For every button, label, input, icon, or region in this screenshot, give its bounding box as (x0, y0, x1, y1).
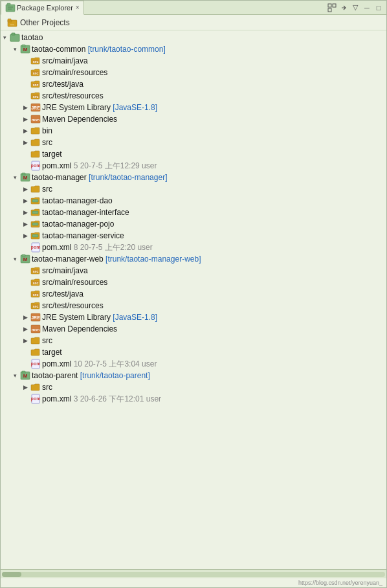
icon-maven-dep: mvn (30, 324, 41, 334)
tree-item-w-maven[interactable]: ▶ mvn Maven Dependencies (1, 323, 386, 335)
toggle-taotao-common[interactable]: ▾ (11, 45, 19, 53)
svg-rect-35 (32, 223, 38, 225)
toggle-m-pojo[interactable]: ▶ (21, 220, 29, 228)
tree-item-w-src-test-res[interactable]: src src/test/resources (1, 300, 386, 311)
tab-package-explorer[interactable]: Package Explorer × (1, 1, 84, 15)
icon-src-folder: src (30, 67, 41, 78)
tree-item-c-jre[interactable]: ▶ JRE JRE System Library [JavaSE-1.8] (1, 102, 386, 113)
icon-src-folder: src (30, 56, 41, 66)
icon-maven: M (20, 254, 30, 264)
tree-item-c-src-main-java[interactable]: src src/main/java (1, 55, 386, 67)
toggle-c-src[interactable]: ▶ (21, 139, 29, 146)
other-projects-bar[interactable]: ... Other Projects (1, 15, 386, 30)
svg-text:src: src (32, 83, 39, 87)
tree-item-m-interface[interactable]: ▶ taotao-manager-interface (1, 207, 386, 218)
toggle-w-maven[interactable]: ▶ (21, 325, 29, 333)
tree-item-c-maven[interactable]: ▶ mvn Maven Dependencies (1, 113, 386, 125)
icon-pom: pom (30, 394, 41, 404)
tree-item-p-pom[interactable]: pom pom.xml 3 20-6-26 下午12:01 user (1, 393, 386, 405)
tree-item-c-bin[interactable]: ▶ bin (1, 125, 386, 137)
tree-item-w-target[interactable]: target (1, 346, 386, 358)
tree-item-p-src[interactable]: ▶ src (1, 381, 386, 393)
tree-item-m-pojo[interactable]: ▶ taotao-manager-pojo (1, 218, 386, 230)
tab-bar: Package Explorer × ▽ ─ □ (1, 1, 386, 15)
horizontal-scrollbar[interactable] (1, 569, 386, 578)
tab-label: Package Explorer (17, 4, 73, 12)
link-editor-button[interactable] (338, 3, 349, 13)
toggle-taotao-manager[interactable]: ▾ (11, 174, 19, 181)
label-taotao-common: taotao-common [trunk/taotao-common] (32, 43, 166, 55)
minimize-button[interactable]: ─ (362, 3, 372, 13)
svg-rect-9 (8, 19, 11, 21)
svg-text:mvn: mvn (32, 118, 40, 122)
view-menu-button[interactable]: ▽ (350, 3, 360, 13)
tree-item-m-dao[interactable]: ▶ taotao-manager-dao (1, 195, 386, 207)
icon-folder (30, 184, 41, 194)
toggle-c-bin[interactable]: ▶ (21, 127, 29, 135)
item-label-m-pojo: taotao-manager-pojo (42, 218, 114, 230)
tree-item-m-src[interactable]: ▶ src (1, 183, 386, 195)
tree-item-taotao-manager[interactable]: ▾ M taotao-manager [trunk/taotao-manager… (1, 172, 386, 183)
tree-container[interactable]: ▾ taotao ▾ M taotao-common [trunk/taotao… (1, 30, 386, 569)
tree-item-w-pom[interactable]: pom pom.xml 10 20-7-5 上午3:04 user (1, 358, 386, 370)
item-label-w-jre: JRE System Library [JavaSE-1.8] (42, 311, 157, 323)
svg-rect-36 (32, 234, 38, 237)
svg-text:src: src (32, 304, 39, 308)
tree-item-w-jre[interactable]: ▶ JRE JRE System Library [JavaSE-1.8] (1, 311, 386, 323)
maximize-button[interactable]: □ (373, 3, 384, 13)
tree-item-c-src-main-res[interactable]: src src/main/resources (1, 67, 386, 78)
scrollbar-thumb[interactable] (2, 572, 21, 577)
tree-item-c-pom[interactable]: pom pom.xml 5 20-7-5 上午12:29 user (1, 160, 386, 172)
item-label-c-src-main-java: src/main/java (42, 55, 88, 67)
svg-text:src: src (32, 60, 39, 63)
icon-maven-dep: mvn (30, 114, 41, 124)
tree-item-c-src-test-res[interactable]: src src/test/resources (1, 90, 386, 102)
item-label-p-src: src (42, 381, 52, 393)
toggle-taotao-parent[interactable]: ▾ (11, 372, 19, 379)
toggle-taotao[interactable]: ▾ (1, 34, 8, 41)
toggle-c-maven[interactable]: ▶ (21, 115, 29, 123)
icon-maven: M (20, 44, 30, 54)
icon-folder (30, 347, 41, 357)
item-label-m-dao: taotao-manager-dao (42, 195, 113, 207)
tree-item-w-src[interactable]: ▶ src (1, 335, 386, 346)
tree-item-c-src-test-java[interactable]: src src/test/java (1, 78, 386, 90)
item-label-c-pom: pom.xml 5 20-7-5 上午12:29 user (42, 160, 157, 172)
tree-item-taotao-common[interactable]: ▾ M taotao-common [trunk/taotao-common] (1, 43, 386, 55)
toggle-p-src[interactable]: ▶ (21, 383, 29, 391)
item-label-w-target: target (42, 346, 62, 358)
scrollbar-track[interactable] (2, 572, 385, 577)
tab-close-button[interactable]: × (76, 4, 80, 11)
svg-text:...: ... (10, 21, 14, 26)
tree-item-taotao-root[interactable]: ▾ taotao (1, 32, 386, 43)
svg-text:pom: pom (31, 396, 41, 401)
label-taotao-manager: taotao-manager [trunk/taotao-manager] (32, 172, 167, 183)
label-taotao-parent: taotao-parent [trunk/taotao-parent] (32, 370, 150, 381)
tree-item-w-src-main-java[interactable]: src src/main/java (1, 265, 386, 277)
toggle-w-src[interactable]: ▶ (21, 337, 29, 345)
toggle-w-jre[interactable]: ▶ (21, 313, 29, 321)
tree-item-c-target[interactable]: target (1, 148, 386, 160)
toggle-m-service[interactable]: ▶ (21, 232, 29, 240)
toggle-m-src[interactable]: ▶ (21, 185, 29, 193)
item-label-p-pom: pom.xml 3 20-6-26 下午12:01 user (42, 393, 161, 405)
tree-item-m-pom[interactable]: pom pom.xml 8 20-7-5 上午2:20 user (1, 242, 386, 253)
icon-project (10, 32, 20, 43)
toggle-m-dao[interactable]: ▶ (21, 197, 29, 205)
tree-item-c-src[interactable]: ▶ src (1, 137, 386, 148)
icon-src-folder: src (30, 289, 41, 299)
tree-item-w-src-test-java[interactable]: src src/test/java (1, 288, 386, 300)
tree-item-m-service[interactable]: ▶ taotao-manager-service (1, 230, 386, 242)
svg-text:src: src (32, 281, 39, 285)
icon-src-folder: src (30, 277, 41, 288)
tree-item-w-src-main-res[interactable]: src src/main/resources (1, 277, 386, 288)
item-label-c-bin: bin (42, 125, 52, 137)
toggle-c-jre[interactable]: ▶ (21, 104, 29, 111)
icon-folder (30, 382, 41, 392)
collapse-all-button[interactable] (327, 3, 337, 13)
tree-item-taotao-parent[interactable]: ▾ M taotao-parent [trunk/taotao-parent] (1, 370, 386, 381)
toggle-m-interface[interactable]: ▶ (21, 209, 29, 216)
toggle-taotao-manager-web[interactable]: ▾ (11, 255, 19, 263)
svg-text:src: src (32, 71, 39, 75)
tree-item-taotao-manager-web[interactable]: ▾ M taotao-manager-web [trunk/taotao-man… (1, 253, 386, 265)
